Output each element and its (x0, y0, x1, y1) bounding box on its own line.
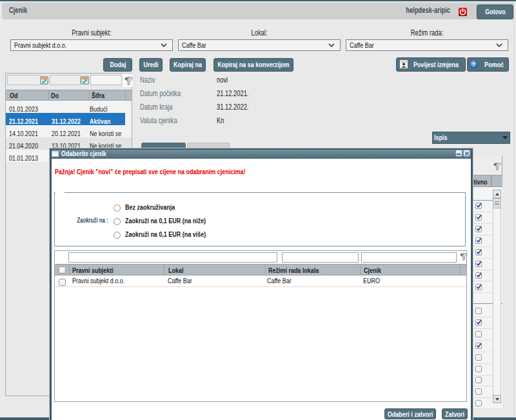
svg-text:?: ? (472, 61, 476, 68)
